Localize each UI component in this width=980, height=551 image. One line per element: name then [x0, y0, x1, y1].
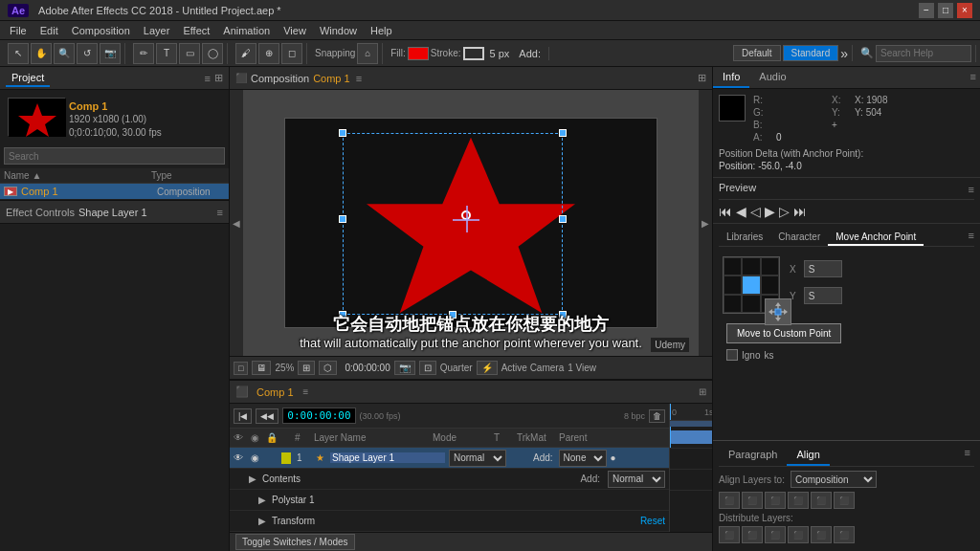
search-input[interactable]	[876, 45, 971, 62]
polystar-expand[interactable]: ▶	[258, 495, 266, 505]
snap-toggle[interactable]: ⌂	[357, 43, 378, 64]
preview-step-back-btn[interactable]: ◁	[750, 204, 761, 219]
layer-trkmat-select[interactable]: None	[559, 450, 607, 467]
anchor-y-input[interactable]	[804, 287, 842, 304]
project-search[interactable]	[4, 147, 225, 165]
menu-effect[interactable]: Effect	[177, 23, 215, 38]
tool-select[interactable]: ↖	[8, 43, 29, 64]
timeline-timecode[interactable]: 0:00:00:00	[282, 408, 355, 424]
dist-left-btn[interactable]: ⬛	[719, 526, 740, 543]
menu-composition[interactable]: Composition	[66, 23, 136, 38]
tool-clone[interactable]: ⊕	[258, 43, 279, 64]
align-bottom-btn[interactable]: ⬛	[834, 492, 855, 509]
anchor-cell-bm[interactable]	[742, 295, 760, 313]
anchor-cell-mm[interactable]	[742, 276, 760, 294]
anchor-cell-tm[interactable]	[742, 257, 760, 276]
timeline-prev-keyframe[interactable]: ◀◀	[256, 408, 278, 424]
comp-camera-icon[interactable]: 📷	[394, 361, 415, 375]
comp-left-arrow[interactable]: ◀	[230, 90, 243, 356]
align-top-btn[interactable]: ⬛	[788, 492, 809, 509]
anchor-cell-ml[interactable]	[724, 276, 742, 294]
tab-libraries[interactable]: Libraries	[719, 230, 770, 246]
preview-menu[interactable]: ≡	[969, 184, 974, 195]
move-to-custom-point-btn[interactable]: Move to Custom Point	[726, 323, 841, 343]
layer-track-bar[interactable]	[670, 430, 712, 444]
menu-layer[interactable]: Layer	[138, 23, 176, 38]
preview-prev-btn[interactable]: ◀	[736, 204, 746, 219]
comp-views[interactable]: 1 View	[568, 363, 596, 373]
menu-animation[interactable]: Animation	[217, 23, 276, 38]
tool-brush[interactable]: 🖌	[235, 43, 256, 64]
tool-hand[interactable]: ✋	[31, 43, 52, 64]
workspace-default[interactable]: Default	[733, 45, 781, 61]
align-to-select[interactable]: Composition	[791, 471, 877, 488]
dist-vcenter-btn[interactable]: ⬛	[811, 526, 832, 543]
comp-fast-preview[interactable]: ⚡	[477, 361, 498, 375]
info-panel-menu[interactable]: ≡	[967, 67, 980, 88]
timeline-home-btn[interactable]: |◀	[234, 408, 252, 424]
dist-top-btn[interactable]: ⬛	[788, 526, 809, 543]
toggle-switches-btn[interactable]: Toggle Switches / Modes	[235, 534, 355, 550]
align-menu[interactable]: ≡	[961, 445, 974, 466]
ignore-checkbox[interactable]	[726, 349, 738, 361]
anchor-cell-bl[interactable]	[724, 295, 742, 313]
align-hcenter-btn[interactable]: ⬛	[742, 492, 763, 509]
close-button[interactable]: ×	[957, 3, 972, 18]
comp-snapshot[interactable]: ⊡	[419, 361, 436, 375]
contents-expand[interactable]: ▶	[249, 474, 256, 484]
preview-first-btn[interactable]: ⏮	[719, 204, 732, 219]
align-vcenter-btn[interactable]: ⬛	[811, 492, 832, 509]
tool-camera[interactable]: 📷	[100, 43, 121, 64]
comp-quality[interactable]: Quarter	[440, 363, 473, 373]
comp-right-arrow[interactable]: ▶	[699, 90, 712, 356]
timeline-menu[interactable]: ≡	[303, 386, 309, 397]
preview-step-fwd-btn[interactable]: ▷	[779, 204, 790, 219]
stroke-swatch[interactable]	[463, 47, 484, 60]
handle-tr[interactable]	[559, 129, 567, 137]
anchor-x-input[interactable]	[804, 260, 842, 277]
col-name[interactable]: Name ▲	[4, 170, 151, 181]
comp-zoom-level[interactable]: 25%	[275, 363, 294, 373]
transform-reset[interactable]: Reset	[640, 516, 665, 526]
tool-shape-rect[interactable]: ▭	[179, 43, 200, 64]
workspace-standard[interactable]: Standard	[783, 45, 839, 61]
col-type[interactable]: Type	[151, 170, 225, 181]
tab-project[interactable]: Project	[6, 70, 50, 87]
timeline-trash[interactable]: 🗑	[649, 409, 665, 423]
comp-panel-menu[interactable]: ≡	[356, 73, 362, 84]
comp-view[interactable]: Active Camera	[501, 363, 565, 373]
tab-align[interactable]: Align	[787, 445, 829, 466]
comp-always-preview[interactable]: □	[234, 362, 248, 375]
tab-move-anchor[interactable]: Move Anchor Point	[828, 230, 924, 246]
anchor-cursor-icon[interactable]	[765, 298, 791, 325]
menu-help[interactable]: Help	[365, 23, 398, 38]
transform-expand[interactable]: ▶	[258, 516, 266, 526]
tool-text[interactable]: T	[156, 43, 177, 64]
tool-pen[interactable]: ✏	[133, 43, 154, 64]
layer-vis-toggle[interactable]: 👁	[234, 452, 247, 463]
anchor-cell-mr[interactable]	[761, 276, 779, 294]
tab-audio[interactable]: Audio	[749, 67, 795, 88]
menu-file[interactable]: File	[4, 23, 33, 38]
layer-mode-select[interactable]: Normal	[449, 450, 506, 467]
maximize-button[interactable]: □	[938, 3, 953, 18]
project-row-comp1[interactable]: ▶ Comp 1 Composition	[0, 184, 229, 199]
layer-solo[interactable]: ◉	[251, 452, 262, 463]
anchor-cell-tr[interactable]	[761, 257, 779, 276]
comp-mask-toggle[interactable]: ⬡	[319, 361, 337, 375]
tool-zoom[interactable]: 🔍	[54, 43, 75, 64]
tool-eraser[interactable]: ◻	[281, 43, 302, 64]
handle-tl[interactable]	[339, 129, 346, 137]
tab-character[interactable]: Character	[770, 230, 828, 246]
tab-paragraph[interactable]: Paragraph	[719, 445, 787, 466]
dist-bottom-btn[interactable]: ⬛	[834, 526, 855, 543]
comp-panel-expand[interactable]: ⊞	[698, 72, 706, 84]
window-controls[interactable]: − □ ×	[919, 3, 972, 18]
effect-controls-menu[interactable]: ≡	[217, 207, 223, 218]
project-menu-icon[interactable]: ≡	[205, 73, 211, 84]
preview-last-btn[interactable]: ⏭	[793, 204, 807, 219]
minimize-button[interactable]: −	[919, 3, 934, 18]
timeline-expand[interactable]: ⊞	[699, 386, 706, 397]
tab-info[interactable]: Info	[713, 67, 749, 88]
dist-hcenter-btn[interactable]: ⬛	[742, 526, 763, 543]
